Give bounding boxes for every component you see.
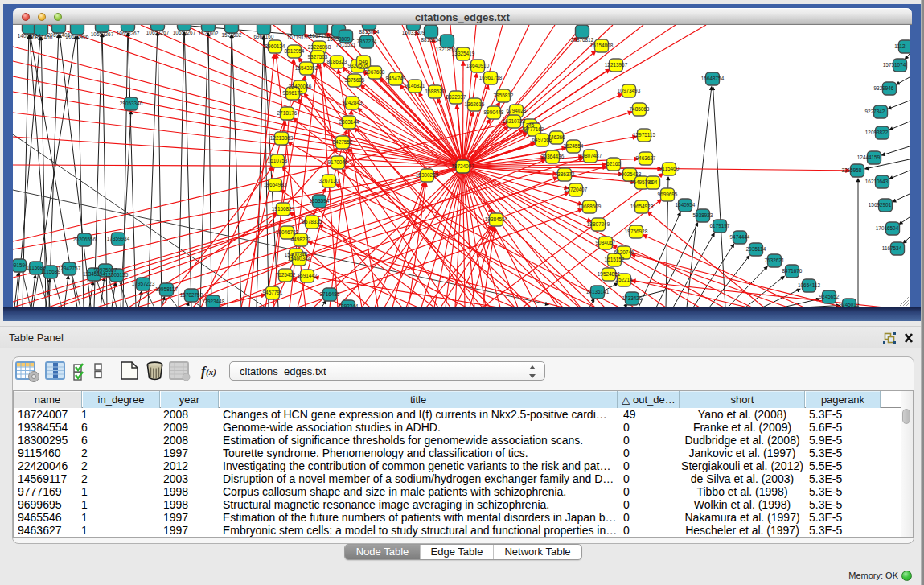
svg-text:20206556: 20206556 <box>73 237 97 242</box>
svg-text:1588520: 1588520 <box>425 89 446 94</box>
svg-text:3267130: 3267130 <box>319 178 339 183</box>
svg-text:10046783: 10046783 <box>276 229 299 235</box>
svg-text:10654112: 10654112 <box>798 282 820 288</box>
svg-text:746266: 746266 <box>548 134 565 140</box>
svg-text:10653267: 10653267 <box>117 31 140 36</box>
svg-text:16543392: 16543392 <box>295 65 318 71</box>
svg-text:10719155: 10719155 <box>287 35 310 40</box>
svg-text:9242843: 9242843 <box>343 100 363 105</box>
svg-text:604: 604 <box>649 179 658 185</box>
svg-text:22420046: 22420046 <box>289 84 312 89</box>
svg-text:29053346: 29053346 <box>120 101 143 106</box>
svg-text:1615152: 1615152 <box>605 257 625 262</box>
svg-text:19524851: 19524851 <box>598 271 621 277</box>
svg-text:10653267: 10653267 <box>146 30 170 35</box>
svg-text:546: 546 <box>359 59 368 64</box>
svg-text:20876812: 20876812 <box>571 37 594 43</box>
svg-text:10973493: 10973493 <box>618 88 641 93</box>
svg-text:16154808: 16154808 <box>590 43 614 48</box>
svg-text:6966160: 6966160 <box>254 34 274 39</box>
svg-text:8960124: 8960124 <box>265 43 285 49</box>
svg-text:19384554: 19384554 <box>485 216 508 222</box>
svg-text:9146821: 9146821 <box>405 83 425 89</box>
svg-text:3716485: 3716485 <box>320 291 340 297</box>
svg-text:8578335: 8578335 <box>302 219 322 225</box>
svg-text:3215958: 3215958 <box>842 167 862 173</box>
svg-text:10958117: 10958117 <box>155 286 178 292</box>
svg-text:7515521: 7515521 <box>336 42 356 47</box>
svg-text:19166827: 19166827 <box>272 206 295 212</box>
svg-text:6120746: 6120746 <box>614 249 634 255</box>
svg-text:62160: 62160 <box>606 161 621 167</box>
svg-text:18300295: 18300295 <box>416 172 439 178</box>
svg-text:9245012: 9245012 <box>840 302 860 307</box>
svg-text:18807249: 18807249 <box>587 221 610 227</box>
svg-text:8471676: 8471676 <box>782 268 803 274</box>
svg-text:15720407: 15720407 <box>565 187 588 192</box>
svg-text:9777169: 9777169 <box>524 126 544 132</box>
svg-text:4498222: 4498222 <box>291 237 311 242</box>
svg-text:8990448: 8990448 <box>484 109 504 115</box>
svg-text:5938923: 5938923 <box>693 212 713 218</box>
svg-text:16210643: 16210643 <box>865 179 889 184</box>
svg-text:12213967: 12213967 <box>605 62 628 68</box>
svg-text:6794028: 6794028 <box>507 108 527 113</box>
svg-text:10688609: 10688609 <box>578 204 602 209</box>
svg-text:9227342: 9227342 <box>865 109 885 114</box>
svg-text:14136141: 14136141 <box>586 289 610 295</box>
svg-text:9463627: 9463627 <box>636 155 656 161</box>
svg-text:8322037: 8322037 <box>446 94 466 100</box>
svg-text:1167534: 1167534 <box>882 245 902 251</box>
svg-text:(x): (x) <box>206 367 216 377</box>
svg-text:9115460: 9115460 <box>659 166 680 171</box>
svg-text:2967608: 2967608 <box>365 69 385 75</box>
svg-text:16782759: 16782759 <box>180 292 203 298</box>
svg-text:6179197: 6179197 <box>710 223 730 229</box>
svg-text:8912954: 8912954 <box>285 48 305 54</box>
svg-text:8813054: 8813054 <box>359 29 380 35</box>
svg-text:12444159: 12444159 <box>857 154 881 160</box>
svg-text:18724007: 18724007 <box>451 163 474 169</box>
svg-text:9474444: 9474444 <box>730 234 750 240</box>
svg-text:90975887: 90975887 <box>94 267 117 273</box>
svg-text:16648754: 16648754 <box>701 76 725 81</box>
svg-text:7386372: 7386372 <box>555 171 575 177</box>
svg-text:10025433: 10025433 <box>618 171 642 177</box>
svg-text:2803144: 2803144 <box>339 119 359 125</box>
svg-text:1733426: 1733426 <box>622 295 643 301</box>
svg-text:7625402: 7625402 <box>276 272 296 278</box>
svg-text:12505135: 12505135 <box>105 272 129 278</box>
svg-text:1353594: 1353594 <box>310 198 330 204</box>
svg-text:20691406: 20691406 <box>66 34 89 39</box>
svg-text:12942757: 12942757 <box>58 266 81 271</box>
svg-text:16210722: 16210722 <box>503 118 526 124</box>
svg-text:9084067: 9084067 <box>596 240 616 245</box>
svg-text:10653267: 10653267 <box>91 31 114 37</box>
svg-text:12975115: 12975115 <box>633 132 655 138</box>
svg-text:19654923: 19654923 <box>630 204 654 209</box>
svg-text:23226058: 23226058 <box>308 44 331 50</box>
svg-text:1362615: 1362615 <box>465 101 485 107</box>
svg-text:10653267: 10653267 <box>173 30 196 35</box>
svg-text:1691442: 1691442 <box>298 273 318 278</box>
svg-text:3875685: 3875685 <box>345 77 365 83</box>
svg-text:16033809: 16033809 <box>327 36 351 42</box>
svg-text:12923448: 12923448 <box>202 299 225 304</box>
svg-text:252214: 252214 <box>615 277 633 282</box>
svg-text:18640910: 18640910 <box>466 63 490 68</box>
svg-text:1640954: 1640954 <box>676 202 696 208</box>
svg-text:3624554: 3624554 <box>564 143 584 149</box>
svg-text:9245652: 9245652 <box>819 294 840 299</box>
svg-text:7955812: 7955812 <box>494 93 514 98</box>
svg-text:9699695: 9699695 <box>658 192 678 197</box>
svg-text:9170046: 9170046 <box>328 159 348 165</box>
svg-text:9457791: 9457791 <box>263 290 283 295</box>
svg-text:12093822: 12093822 <box>865 130 889 135</box>
svg-text:12213363: 12213363 <box>270 135 294 141</box>
svg-text:15400344: 15400344 <box>288 256 311 262</box>
svg-text:19654983: 19654983 <box>264 182 287 187</box>
svg-text:9329946: 9329946 <box>874 85 894 91</box>
svg-text:8454749: 8454749 <box>386 76 406 81</box>
svg-text:9327503: 9327503 <box>308 54 328 60</box>
svg-text:20364436: 20364436 <box>541 154 565 159</box>
